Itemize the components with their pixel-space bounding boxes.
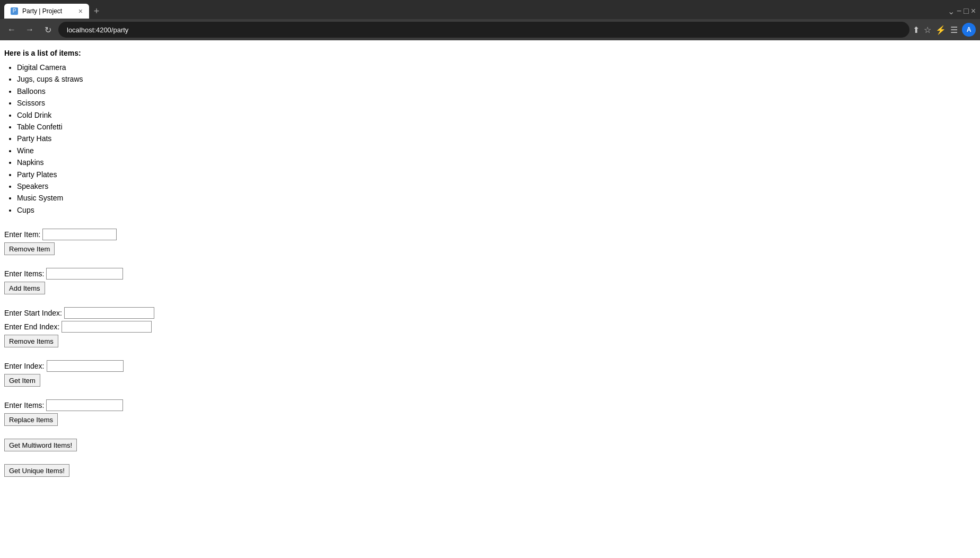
remove-items-section: Enter Start Index: Enter End Index: Remo…: [4, 307, 976, 347]
remove-item-label: Enter Item:: [4, 230, 40, 239]
tab-close-button[interactable]: ×: [78, 7, 83, 15]
add-items-label: Enter Items:: [4, 269, 44, 278]
address-bar[interactable]: localhost:4200/party: [58, 22, 909, 38]
end-index-label: Enter End Index:: [4, 322, 59, 331]
replace-items-input[interactable]: [46, 399, 123, 411]
end-index-row: Enter End Index:: [4, 321, 976, 333]
list-item: Cold Drink: [17, 109, 976, 121]
get-item-label: Enter Index:: [4, 362, 45, 370]
browser-toolbar-right: ⬆ ☆ ⚡ ☰ A: [913, 23, 976, 37]
start-index-label: Enter Start Index:: [4, 309, 62, 317]
remove-item-input[interactable]: [42, 229, 117, 240]
add-items-button[interactable]: Add Items: [4, 282, 45, 294]
get-multiword-section: Get Multiword Items!: [4, 439, 976, 451]
list-item: Jugs, cups & straws: [17, 73, 976, 85]
list-item: Scissors: [17, 97, 976, 109]
remove-item-section: Enter Item: Remove Item: [4, 229, 976, 255]
back-button[interactable]: ←: [4, 22, 19, 37]
browser-chrome: P Party | Project × + ⌄ − □ × ← → ↻ loca…: [0, 0, 980, 40]
add-items-section: Enter Items: Add Items: [4, 268, 976, 294]
add-items-row: Enter Items:: [4, 268, 976, 280]
tab-bar-chevron: ⌄: [948, 6, 955, 16]
list-item: Cups: [17, 204, 976, 216]
address-bar-text: localhost:4200/party: [67, 26, 128, 34]
add-items-input[interactable]: [46, 268, 123, 280]
start-index-input[interactable]: [64, 307, 154, 319]
share-icon[interactable]: ⬆: [913, 25, 920, 35]
start-index-row: Enter Start Index:: [4, 307, 976, 319]
replace-items-row: Enter Items:: [4, 399, 976, 411]
replace-items-label: Enter Items:: [4, 401, 44, 409]
browser-toolbar: ← → ↻ localhost:4200/party ⬆ ☆ ⚡ ☰ A: [0, 19, 980, 40]
list-item: Balloons: [17, 85, 976, 97]
profile-avatar[interactable]: A: [962, 23, 976, 37]
browser-close-button[interactable]: ×: [971, 6, 976, 16]
replace-items-button[interactable]: Replace Items: [4, 413, 58, 426]
list-item: Party Hats: [17, 133, 976, 144]
remove-items-button[interactable]: Remove Items: [4, 335, 58, 347]
get-multiword-button[interactable]: Get Multiword Items!: [4, 439, 77, 451]
remove-item-button[interactable]: Remove Item: [4, 242, 55, 255]
get-item-input[interactable]: [47, 360, 124, 372]
list-item: Digital Camera: [17, 62, 976, 73]
get-item-row: Enter Index:: [4, 360, 976, 372]
browser-minimize-button[interactable]: −: [957, 6, 961, 16]
browser-tab-active[interactable]: P Party | Project ×: [4, 4, 89, 19]
page-content: Here is a list of items: Digital Camera …: [0, 40, 980, 494]
list-item: Party Plates: [17, 169, 976, 180]
get-item-button[interactable]: Get Item: [4, 374, 40, 387]
refresh-button[interactable]: ↻: [40, 22, 55, 37]
extensions-icon[interactable]: ⚡: [935, 25, 946, 35]
list-item: Napkins: [17, 156, 976, 168]
end-index-input[interactable]: [62, 321, 152, 333]
tab-bar-controls: ⌄ − □ ×: [948, 6, 976, 16]
items-list: Digital Camera Jugs, cups & straws Ballo…: [4, 62, 976, 216]
list-item: Speakers: [17, 180, 976, 192]
get-unique-button[interactable]: Get Unique Items!: [4, 464, 69, 477]
list-item: Table Confetti: [17, 121, 976, 133]
browser-tab-bar: P Party | Project × + ⌄ − □ ×: [0, 0, 980, 19]
list-item: Music System: [17, 192, 976, 204]
forward-button[interactable]: →: [22, 22, 37, 37]
browser-restore-button[interactable]: □: [964, 6, 969, 16]
page-heading: Here is a list of items:: [4, 49, 976, 57]
remove-item-row: Enter Item:: [4, 229, 976, 240]
bookmark-icon[interactable]: ☆: [924, 25, 931, 35]
tab-favicon: P: [11, 7, 18, 15]
menu-icon[interactable]: ☰: [950, 25, 958, 35]
get-unique-section: Get Unique Items!: [4, 464, 976, 477]
new-tab-button[interactable]: +: [89, 4, 104, 19]
tab-title: Party | Project: [22, 7, 74, 15]
list-item: Wine: [17, 145, 976, 156]
replace-items-section: Enter Items: Replace Items: [4, 399, 976, 426]
get-item-section: Enter Index: Get Item: [4, 360, 976, 387]
